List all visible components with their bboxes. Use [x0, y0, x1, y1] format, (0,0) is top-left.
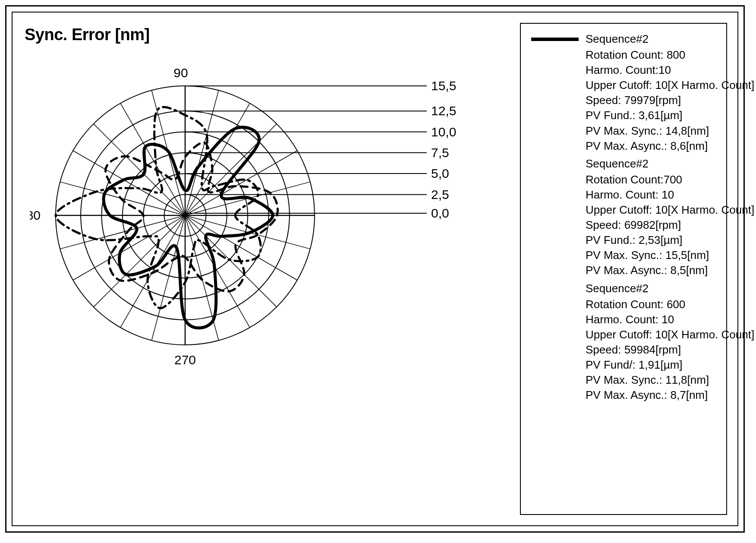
- legend-line: Speed: 79979[rpm]: [586, 93, 716, 108]
- legend-series-name: Sequence#2: [586, 281, 649, 296]
- legend-line: Harmo. Count: 10: [586, 187, 716, 202]
- legend-line: PV Max. Sync.: 15,5[nm]: [586, 248, 716, 263]
- axis-label-bottom: 270: [174, 353, 196, 367]
- legend-series-name: Sequence#2: [586, 32, 649, 47]
- legend-line: Harmo. Count:10: [586, 63, 716, 78]
- ring-label: 15,5: [431, 79, 456, 93]
- legend-series: Sequence#2Rotation Count: 800Harmo. Coun…: [531, 32, 716, 154]
- legend-panel: Sequence#2Rotation Count: 800Harmo. Coun…: [520, 23, 727, 515]
- legend-swatch-dashdot-icon: [531, 158, 579, 169]
- legend-series-name: Sequence#2: [586, 156, 649, 171]
- legend-line: PV Max. Async.: 8,7[nm]: [586, 388, 716, 403]
- legend-series: Sequence#2Rotation Count:700Harmo. Count…: [531, 156, 716, 278]
- ring-label: 5,0: [431, 166, 449, 180]
- ring-label: 12,5: [431, 104, 456, 118]
- svg-line-27: [185, 215, 277, 307]
- legend-line: Rotation Count: 600: [586, 297, 716, 312]
- svg-line-15: [94, 124, 185, 215]
- legend-line: Upper Cutoff: 10[X Harmo. Count]: [586, 327, 716, 342]
- ring-label: 10,0: [431, 125, 456, 139]
- legend-line: Upper Cutoff: 10[X Harmo. Count]: [586, 202, 716, 218]
- legend-line: Upper Cutoff: 10[X Harmo. Count]: [586, 78, 716, 93]
- legend-swatch-solid-icon: [531, 34, 579, 44]
- legend-line: Speed: 59984[rpm]: [586, 342, 716, 357]
- legend-line: PV Fund/: 1,91[µm]: [586, 357, 716, 373]
- svg-line-28: [185, 215, 297, 280]
- legend-swatch-dashed-icon: [531, 283, 579, 294]
- figure-inner-frame: Sync. Error [nm] 15,512,510,07,55,02,50,…: [12, 12, 738, 526]
- axis-label-top: 90: [173, 66, 188, 80]
- svg-line-14: [120, 103, 185, 215]
- legend-line: PV Fund.: 2,53[µm]: [586, 233, 716, 248]
- axis-label-left: 180: [30, 208, 41, 222]
- figure-outer-frame: Sync. Error [nm] 15,512,510,07,55,02,50,…: [5, 5, 745, 533]
- legend-line: Rotation Count: 800: [586, 47, 716, 63]
- ring-label: 0,0: [431, 206, 449, 220]
- legend-line: PV Max. Sync.: 14,8[nm]: [586, 123, 716, 139]
- svg-line-22: [120, 215, 185, 328]
- legend-series: Sequence#2Rotation Count: 600Harmo. Coun…: [531, 281, 716, 403]
- legend-line: PV Max. Sync.: 11,8[nm]: [586, 373, 716, 388]
- ring-label: 7,5: [431, 145, 449, 160]
- polar-plot-svg: 15,512,510,07,55,02,50,090180270: [30, 43, 513, 379]
- legend-line: PV Fund.: 3,61[µm]: [586, 108, 716, 123]
- ring-label: 2,5: [431, 187, 449, 202]
- polar-plot-area: 15,512,510,07,55,02,50,090180270: [13, 13, 520, 525]
- legend-line: Rotation Count:700: [586, 172, 716, 187]
- legend-line: PV Max. Async.: 8,5[nm]: [586, 263, 716, 278]
- legend-line: PV Max. Async.: 8,6[nm]: [586, 139, 716, 154]
- svg-line-20: [73, 215, 185, 280]
- svg-line-9: [185, 124, 277, 215]
- legend-line: Harmo. Count: 10: [586, 312, 716, 327]
- legend-line: Speed: 69982[rpm]: [586, 218, 716, 233]
- svg-line-26: [185, 215, 250, 328]
